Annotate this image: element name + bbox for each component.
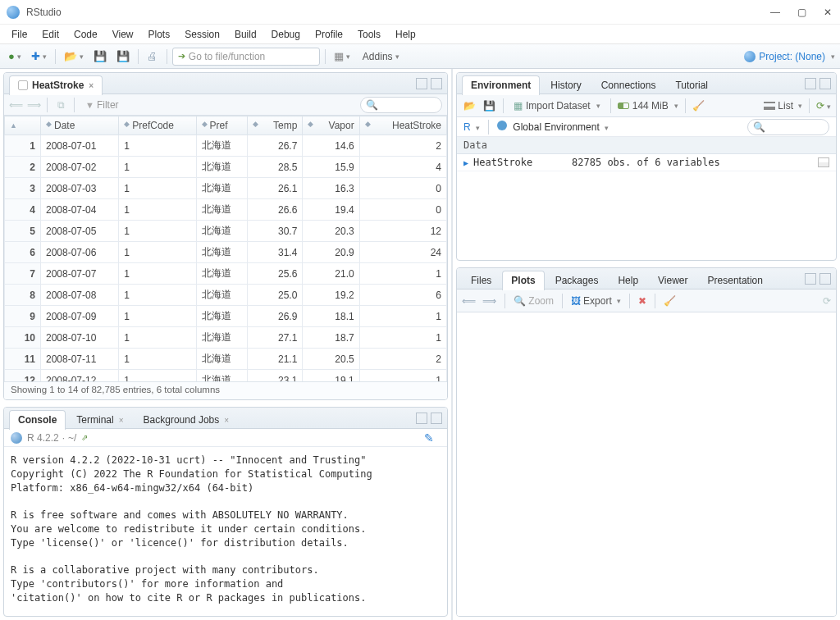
menu-debug[interactable]: Debug bbox=[265, 27, 307, 42]
tab-environment[interactable]: Environment bbox=[462, 75, 540, 95]
close-button[interactable]: ✕ bbox=[822, 7, 833, 18]
tab-files[interactable]: Files bbox=[462, 271, 500, 290]
env-scope-selector[interactable]: Global Environment ▾ bbox=[497, 121, 609, 133]
import-dataset-menu[interactable]: ▦ Import Dataset ▾ bbox=[510, 100, 604, 112]
column-header-prefcode[interactable]: ◆PrefCode bbox=[119, 116, 196, 135]
remove-plot-icon[interactable]: ✖ bbox=[638, 295, 646, 307]
menu-code[interactable]: Code bbox=[67, 27, 104, 42]
open-wd-icon[interactable]: ⇗ bbox=[81, 433, 88, 442]
open-file-button[interactable]: 📂▾ bbox=[61, 48, 87, 66]
tab-close-icon[interactable]: × bbox=[224, 416, 229, 425]
menu-file[interactable]: File bbox=[5, 27, 34, 42]
table-row[interactable]: 92008-07-091北海道26.918.11 bbox=[5, 306, 447, 327]
pane-maximize-icon[interactable] bbox=[819, 273, 831, 285]
tab-packages[interactable]: Packages bbox=[546, 271, 608, 290]
table-row[interactable]: 82008-07-081北海道25.019.26 bbox=[5, 285, 447, 306]
column-header-temp[interactable]: ◆Temp bbox=[248, 116, 303, 135]
expand-icon[interactable]: ▶ bbox=[463, 158, 468, 167]
table-row[interactable]: 42008-07-041北海道26.619.40 bbox=[5, 199, 447, 221]
env-variable-row[interactable]: ▶ HeatStroke 82785 obs. of 6 variables bbox=[457, 154, 836, 171]
menu-build[interactable]: Build bbox=[228, 27, 263, 42]
pane-maximize-icon[interactable] bbox=[431, 413, 442, 424]
table-row[interactable]: 12008-07-011北海道26.714.62 bbox=[5, 135, 447, 157]
view-data-icon[interactable] bbox=[818, 157, 829, 167]
menu-edit[interactable]: Edit bbox=[35, 27, 66, 42]
save-all-button[interactable]: 💾 bbox=[113, 48, 133, 66]
clear-plots-icon[interactable]: 🧹 bbox=[664, 295, 676, 307]
load-workspace-icon[interactable]: 📂 bbox=[462, 98, 477, 113]
pane-minimize-icon[interactable] bbox=[805, 78, 816, 89]
cell: 北海道 bbox=[196, 221, 248, 242]
export-menu[interactable]: 🖼 Export ▾ bbox=[571, 295, 621, 307]
maximize-button[interactable]: ▢ bbox=[796, 7, 807, 18]
table-row[interactable]: 112008-07-111北海道21.120.52 bbox=[5, 349, 447, 370]
column-header-date[interactable]: ◆Date bbox=[41, 116, 119, 135]
tab-plots[interactable]: Plots bbox=[502, 271, 544, 290]
tab-connections[interactable]: Connections bbox=[592, 75, 665, 95]
env-search-input[interactable]: 🔍 bbox=[747, 119, 829, 135]
tab-background-jobs[interactable]: Background Jobs× bbox=[135, 410, 239, 430]
column-header-heatstroke[interactable]: ◆HeatStroke bbox=[359, 116, 446, 135]
menu-profile[interactable]: Profile bbox=[308, 27, 349, 42]
refresh-icon[interactable]: ⟳▾ bbox=[816, 100, 831, 112]
menu-help[interactable]: Help bbox=[389, 27, 422, 42]
new-project-button[interactable]: ✚▾ bbox=[28, 48, 50, 66]
tab-console[interactable]: Console bbox=[9, 410, 66, 430]
language-selector[interactable]: R ▾ bbox=[463, 121, 480, 133]
new-file-button[interactable]: ●▾ bbox=[5, 48, 25, 66]
filter-button[interactable]: ▼ Filter bbox=[81, 98, 123, 112]
table-row[interactable]: 32008-07-031北海道26.116.30 bbox=[5, 178, 447, 199]
zoom-button[interactable]: 🔍 Zoom bbox=[514, 295, 554, 307]
data-grid[interactable]: ▲◆Date◆PrefCode◆Pref◆Temp◆Vapor◆HeatStro… bbox=[4, 116, 447, 381]
table-row[interactable]: 62008-07-061北海道31.420.924 bbox=[5, 242, 447, 263]
menu-plots[interactable]: Plots bbox=[142, 27, 177, 42]
tab-heatstroke[interactable]: HeatStroke × bbox=[9, 75, 103, 95]
addins-menu[interactable]: Addins ▾ bbox=[357, 48, 405, 66]
show-in-window-icon[interactable]: ⧉ bbox=[54, 98, 67, 112]
table-row[interactable]: 102008-07-101北海道27.118.71 bbox=[5, 327, 447, 349]
cell: 26.7 bbox=[248, 135, 303, 157]
column-header-vapor[interactable]: ◆Vapor bbox=[303, 116, 359, 135]
forward-icon[interactable]: ⟹ bbox=[27, 98, 40, 112]
console-output[interactable]: R version 4.2.2 (2022-10-31 ucrt) -- "In… bbox=[4, 447, 447, 616]
env-view-mode[interactable]: List ▾ bbox=[764, 100, 802, 112]
menu-view[interactable]: View bbox=[106, 27, 140, 42]
print-button[interactable]: 🖨 bbox=[144, 48, 162, 66]
grid-tool-button[interactable]: ▦▾ bbox=[331, 48, 354, 66]
table-row[interactable]: 52008-07-051北海道30.720.312 bbox=[5, 221, 447, 242]
project-menu[interactable]: Project: (None) ▾ bbox=[744, 51, 835, 62]
pane-maximize-icon[interactable] bbox=[819, 78, 831, 89]
pane-minimize-icon[interactable] bbox=[805, 273, 816, 285]
tab-help[interactable]: Help bbox=[609, 271, 647, 290]
tab-presentation[interactable]: Presentation bbox=[699, 271, 772, 290]
tab-history[interactable]: History bbox=[541, 75, 590, 95]
save-workspace-icon[interactable]: 💾 bbox=[482, 98, 496, 113]
menu-session[interactable]: Session bbox=[178, 27, 226, 42]
pane-minimize-icon[interactable] bbox=[416, 78, 427, 89]
table-row[interactable]: 122008-07-121北海道23.119.11 bbox=[5, 370, 447, 382]
tab-close-icon[interactable]: × bbox=[119, 416, 124, 425]
pane-maximize-icon[interactable] bbox=[431, 78, 442, 89]
pane-minimize-icon[interactable] bbox=[416, 413, 427, 424]
save-button[interactable]: 💾 bbox=[90, 48, 110, 66]
back-icon[interactable]: ⟸ bbox=[9, 98, 22, 112]
clear-workspace-icon[interactable]: 🧹 bbox=[692, 100, 705, 112]
tab-viewer[interactable]: Viewer bbox=[649, 271, 696, 290]
next-plot-icon[interactable]: ⟹ bbox=[482, 295, 496, 307]
refresh-plots-icon[interactable]: ⟳ bbox=[823, 295, 831, 307]
tab-tutorial[interactable]: Tutorial bbox=[666, 75, 717, 95]
table-row[interactable]: 72008-07-071北海道25.621.01 bbox=[5, 263, 447, 285]
memory-indicator[interactable]: 144 MiB ▾ bbox=[618, 100, 678, 112]
rownum-header[interactable]: ▲ bbox=[5, 116, 41, 135]
goto-file-input[interactable]: ➔ Go to file/function bbox=[172, 48, 320, 66]
tab-terminal[interactable]: Terminal× bbox=[67, 410, 132, 430]
column-header-pref[interactable]: ◆Pref bbox=[196, 116, 248, 135]
table-row[interactable]: 22008-07-021北海道28.515.94 bbox=[5, 157, 447, 178]
cell: 2 bbox=[359, 349, 446, 370]
data-search-input[interactable]: 🔍 bbox=[360, 97, 442, 113]
menu-tools[interactable]: Tools bbox=[351, 27, 387, 42]
tab-close-icon[interactable]: × bbox=[89, 81, 94, 90]
clear-console-icon[interactable]: ✎ bbox=[424, 431, 434, 444]
prev-plot-icon[interactable]: ⟸ bbox=[462, 295, 476, 307]
minimize-button[interactable]: ― bbox=[769, 7, 781, 18]
